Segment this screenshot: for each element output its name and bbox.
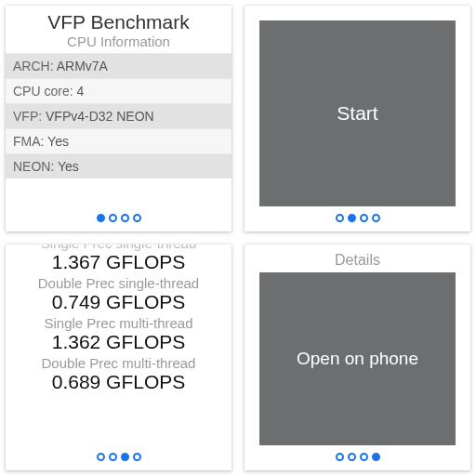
- info-key: NEON:: [13, 159, 54, 174]
- result-label: Single Prec single-thread: [6, 245, 231, 251]
- dot-icon: [360, 453, 368, 461]
- dot-icon: [121, 453, 129, 461]
- card-start: Start: [245, 6, 470, 231]
- dot-icon: [97, 453, 105, 461]
- page-indicator: [6, 445, 231, 470]
- dot-icon: [133, 453, 141, 461]
- dot-icon: [336, 214, 344, 222]
- info-row: VFP: VFPv4-D32 NEON: [6, 103, 231, 128]
- info-val: 4: [76, 84, 84, 99]
- results-list[interactable]: Single Prec single-thread 1.367 GFLOPS D…: [6, 245, 231, 445]
- app-title: VFP Benchmark: [6, 6, 231, 33]
- info-row: FMA: Yes: [6, 128, 231, 153]
- result-value: 1.367 GFLOPS: [6, 251, 231, 273]
- open-on-phone-button[interactable]: Open on phone: [259, 272, 456, 445]
- dot-icon: [372, 214, 380, 222]
- result-value: 0.749 GFLOPS: [6, 291, 231, 313]
- info-val: Yes: [58, 159, 79, 174]
- page-indicator: [6, 206, 231, 231]
- result-label: Single Prec multi-thread: [6, 315, 231, 331]
- card-cpu-info: VFP Benchmark CPU Information ARCH: ARMv…: [6, 6, 231, 231]
- details-title: Details: [245, 245, 470, 272]
- dot-icon: [336, 453, 344, 461]
- result-label: Double Prec single-thread: [6, 275, 231, 291]
- result-label: Double Prec multi-thread: [6, 355, 231, 371]
- info-row: ARCH: ARMv7A: [6, 53, 231, 78]
- info-key: ARCH:: [13, 59, 54, 73]
- cpu-info-list: ARCH: ARMv7A CPU core: 4 VFP: VFPv4-D32 …: [6, 53, 231, 206]
- dot-icon: [133, 214, 141, 222]
- dot-icon: [109, 214, 117, 222]
- info-key: FMA:: [13, 134, 44, 149]
- result-value: 1.362 GFLOPS: [6, 331, 231, 353]
- card-details: Details Open on phone: [245, 245, 470, 470]
- section-subtitle: CPU Information: [6, 33, 231, 53]
- page-indicator: [245, 445, 470, 470]
- dot-icon: [360, 214, 368, 222]
- start-button[interactable]: Start: [259, 20, 456, 206]
- info-val: Yes: [47, 134, 69, 149]
- dot-icon: [109, 453, 117, 461]
- result-value: 0.689 GFLOPS: [6, 371, 231, 393]
- info-key: VFP:: [13, 109, 42, 124]
- card-results: Single Prec single-thread 1.367 GFLOPS D…: [6, 245, 231, 470]
- page-indicator: [245, 206, 470, 231]
- dot-icon: [97, 214, 105, 222]
- info-val: ARMv7A: [57, 59, 108, 73]
- dot-icon: [348, 453, 356, 461]
- info-row: NEON: Yes: [6, 153, 231, 178]
- button-holder: Start: [245, 6, 470, 206]
- dot-icon: [372, 453, 380, 461]
- dot-icon: [121, 214, 129, 222]
- info-val: VFPv4-D32 NEON: [46, 109, 154, 124]
- button-holder: Open on phone: [245, 272, 470, 445]
- dot-icon: [348, 214, 356, 222]
- info-key: CPU core:: [13, 84, 73, 99]
- info-row: CPU core: 4: [6, 78, 231, 103]
